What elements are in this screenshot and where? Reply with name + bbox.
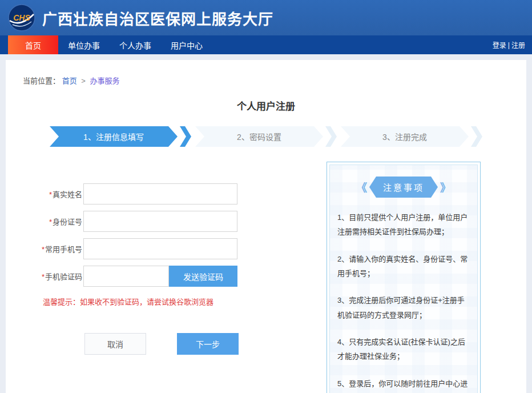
nav-tab-personal-services[interactable]: 个人办事 [110, 35, 161, 54]
registration-form: *真实姓名 *身份证号 *常用手机号 *手机验证码 发送验证码 温馨提示：如果收… [23, 162, 263, 393]
notice-panel-inner: 《 注意事项 》 1、目前只提供个人用户注册，单位用户注册需持相关证件到社保局办… [329, 165, 478, 393]
main-panel: 当前位置： 首页 > 办事服务 个人用户注册 1、注册信息填写 2、密码设置 3… [6, 60, 526, 393]
nav-tab-unit-services[interactable]: 单位办事 [58, 35, 110, 54]
step-2-label: 2、密码设置 [195, 126, 323, 147]
notice-item: 4、只有完成实名认证(社保卡认证)之后才能办理社保业务； [337, 335, 470, 364]
form-row-real-name: *真实姓名 [23, 183, 263, 204]
step-1-label: 1、注册信息填写 [50, 126, 178, 147]
chs-logo-icon: CHS [8, 4, 35, 31]
double-chevron-left-icon: 《 [356, 179, 367, 195]
notice-title: 注意事项 [369, 177, 438, 198]
id-number-label: *身份证号 [23, 216, 83, 227]
form-row-id-number: *身份证号 [23, 211, 263, 232]
mobile-input[interactable] [83, 238, 237, 259]
required-mark: * [42, 245, 45, 254]
breadcrumb-prefix: 当前位置： [23, 77, 60, 85]
sms-code-label: *手机验证码 [23, 271, 83, 282]
app-header: CHS 广西壮族自治区医保网上服务大厅 [0, 0, 532, 35]
step-3-label: 3、注册完成 [341, 126, 469, 147]
nav-tab-user-center[interactable]: 用户中心 [161, 35, 212, 54]
sms-code-input[interactable] [83, 266, 169, 287]
notice-list: 1、目前只提供个人用户注册，单位用户注册需持相关证件到社保局办理； 2、请输入你… [337, 210, 470, 393]
site-title: 广西壮族自治区医保网上服务大厅 [42, 7, 273, 29]
real-name-input[interactable] [83, 183, 237, 204]
required-mark: * [49, 190, 52, 199]
required-mark: * [49, 218, 52, 226]
breadcrumb: 当前位置： 首页 > 办事服务 [23, 60, 509, 86]
auth-links: 登录 | 注册 [493, 35, 532, 54]
send-code-button[interactable]: 发送验证码 [169, 266, 237, 287]
login-link[interactable]: 登录 [493, 40, 506, 50]
main-nav: 首页 单位办事 个人办事 用户中心 登录 | 注册 [0, 35, 532, 54]
logo-text: CHS [13, 13, 30, 22]
warning-tip: 温馨提示：如果收不到验证码，请尝试换谷歌浏览器 [43, 296, 263, 307]
form-row-mobile: *常用手机号 [23, 238, 263, 259]
real-name-label: *真实姓名 [23, 189, 83, 199]
id-number-input[interactable] [83, 211, 237, 232]
step-1-register-info: 1、注册信息填写 [50, 126, 191, 147]
breadcrumb-home-link[interactable]: 首页 [62, 77, 77, 85]
step-2-password-setup: 2、密码设置 [195, 126, 337, 147]
chevron-right-icon [471, 126, 482, 147]
breadcrumb-current-link[interactable]: 办事服务 [90, 77, 120, 85]
next-step-button[interactable]: 下一步 [177, 333, 239, 355]
cancel-button[interactable]: 取消 [84, 333, 146, 355]
notice-banner-row: 《 注意事项 》 [337, 177, 470, 198]
notice-item: 5、登录后，你可以随时前往用户中心进行实名认证。 [337, 376, 470, 393]
page-title: 个人用户注册 [23, 98, 509, 113]
nav-tab-home[interactable]: 首页 [8, 35, 58, 54]
notice-item: 2、请输入你的真实姓名、身份证号、常用手机号； [337, 252, 470, 281]
required-mark: * [42, 272, 45, 281]
chevron-right-icon [325, 126, 337, 147]
notice-panel: 《 注意事项 》 1、目前只提供个人用户注册，单位用户注册需持相关证件到社保局办… [327, 162, 481, 393]
notice-item: 3、完成注册后你可通过身份证+注册手机验证码的方式登录网厅； [337, 293, 470, 322]
form-row-sms-code: *手机验证码 发送验证码 [23, 266, 263, 287]
form-actions: 取消 下一步 [23, 333, 263, 355]
double-chevron-right-icon: 》 [440, 179, 451, 195]
step-3-register-done: 3、注册完成 [341, 126, 482, 147]
mobile-label: *常用手机号 [23, 243, 83, 254]
auth-separator: | [508, 41, 510, 49]
content-row: *真实姓名 *身份证号 *常用手机号 *手机验证码 发送验证码 温馨提示：如果收… [23, 162, 509, 393]
register-link[interactable]: 注册 [511, 40, 525, 50]
step-indicator: 1、注册信息填写 2、密码设置 3、注册完成 [50, 126, 482, 147]
breadcrumb-separator: > [81, 77, 86, 85]
notice-item: 1、目前只提供个人用户注册，单位用户注册需持相关证件到社保局办理； [337, 210, 470, 239]
chevron-right-icon [180, 126, 191, 147]
